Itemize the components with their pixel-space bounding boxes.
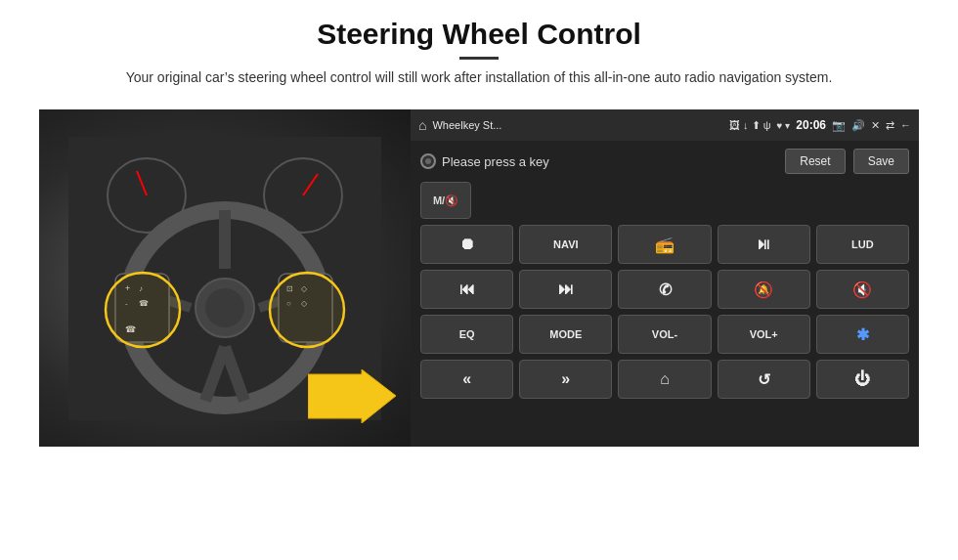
mute-row: M/🔇 [420,182,909,219]
radio-dot [420,153,436,169]
download-icon: 🖼 ↓ ⬆ ψ [729,119,771,132]
btn-signal-mute[interactable]: 🔕 [718,270,810,309]
btn-lud[interactable]: LUD [816,225,909,264]
svg-point-24 [106,273,180,347]
btn-power[interactable]: ⏻ [816,360,909,399]
btn-vol-mute[interactable]: 🔇 [816,270,909,309]
close-icon[interactable]: ✕ [871,119,880,132]
press-key-row: Please press a key Reset Save [420,149,909,174]
button-row-1: ⏺ NAVI 📻 ⏯ LUD [420,225,909,264]
home-icon[interactable]: ⌂ [418,117,426,133]
btn-radio[interactable]: 📻 [618,225,711,264]
back-icon[interactable]: ← [900,119,911,131]
app-title: Wheelkey St... [432,119,723,131]
svg-marker-26 [308,369,396,423]
control-area: Please press a key Reset Save M/🔇 ⏺ NAVI… [411,141,919,447]
status-bar: ⌂ Wheelkey St... 🖼 ↓ ⬆ ψ ♥ ▾ 20:06 📷 🔊 ✕… [411,109,919,141]
page-title: Steering Wheel Control [126,18,833,51]
press-key-indicator: Please press a key [420,153,777,169]
btn-play-pause[interactable]: ⏯ [718,225,810,264]
reset-button[interactable]: Reset [785,149,845,174]
mute-label: M/🔇 [433,194,458,207]
svg-point-12 [205,288,244,327]
btn-refresh[interactable]: ↺ [718,360,810,399]
btn-vol-up[interactable]: VOL+ [718,315,810,354]
camera-icon: 📷 [832,119,846,132]
title-divider [459,57,499,60]
btn-record[interactable]: ⏺ [420,225,513,264]
head-unit: ⌂ Wheelkey St... 🖼 ↓ ⬆ ψ ♥ ▾ 20:06 📷 🔊 ✕… [411,109,919,447]
btn-home[interactable]: ⌂ [618,360,711,399]
signal-icon: ♥ ▾ [777,120,791,131]
btn-skip-fwd[interactable]: » [519,360,612,399]
status-time: 20:06 [796,118,826,132]
volume-icon: 🔊 [851,119,865,132]
save-button[interactable]: Save [853,149,909,174]
mute-button[interactable]: M/🔇 [420,182,471,219]
svg-point-25 [270,273,344,347]
steering-wheel-image: + - ♪ ☎ ☎ ⊡ ◇ ○ ◇ [39,109,411,447]
button-row-3: EQ MODE VOL- VOL+ ✱ [420,315,909,354]
press-key-text: Please press a key [442,154,549,169]
btn-next-track[interactable]: ⏭ [519,270,612,309]
button-row-4: « » ⌂ ↺ ⏻ [420,360,909,399]
btn-skip-back[interactable]: « [420,360,513,399]
btn-navi[interactable]: NAVI [519,225,612,264]
btn-bluetooth[interactable]: ✱ [816,315,909,354]
btn-mode[interactable]: MODE [519,315,612,354]
btn-vol-down[interactable]: VOL- [618,315,711,354]
arrow-icon [308,369,396,427]
btn-phone[interactable]: ✆ [618,270,711,309]
button-row-2: ⏮ ⏭ ✆ 🔕 🔇 [420,270,909,309]
rotate-icon[interactable]: ⇄ [886,119,894,132]
btn-eq[interactable]: EQ [420,315,513,354]
subtitle: Your original car’s steering wheel contr… [126,67,833,88]
btn-prev-track[interactable]: ⏮ [420,270,513,309]
